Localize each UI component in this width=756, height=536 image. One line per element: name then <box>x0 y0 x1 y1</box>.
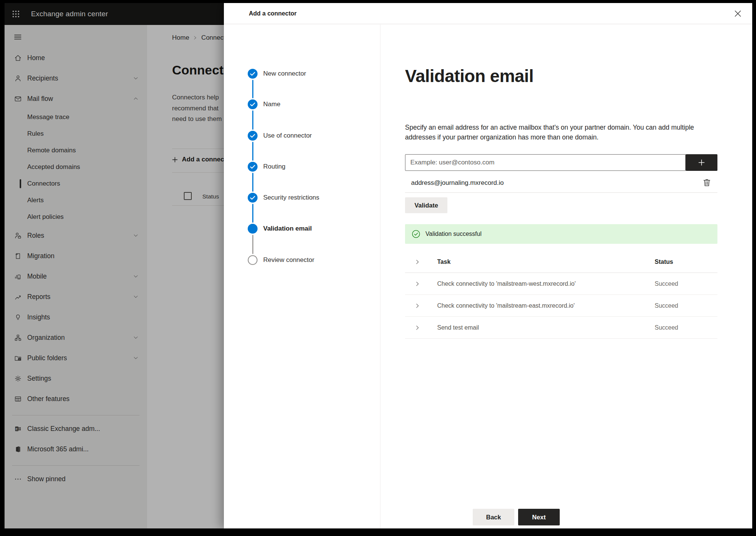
validation-results-table: Task Status Check connectivity to 'mails… <box>405 251 717 339</box>
plus-icon <box>697 158 706 167</box>
step-done-icon <box>248 69 258 79</box>
step-done-icon <box>248 99 258 109</box>
status-cell: Succeed <box>655 324 678 331</box>
step-label: Routing <box>263 163 286 170</box>
wizard-steps: New connector Name Use of connector Rout… <box>224 25 380 528</box>
step-connector <box>252 204 253 223</box>
step-security-restrictions[interactable]: Security restrictions <box>248 193 319 203</box>
delete-address-button[interactable] <box>702 178 712 187</box>
close-icon[interactable] <box>733 9 742 18</box>
expand-row-icon[interactable] <box>414 280 421 287</box>
step-description: Specify an email address for an active m… <box>405 122 706 142</box>
expand-all-icon[interactable] <box>414 259 421 265</box>
step-review-connector[interactable]: Review connector <box>248 255 314 265</box>
add-connector-panel: Add a connector New connector Name <box>224 3 752 528</box>
step-connector <box>252 142 253 161</box>
step-todo-icon <box>248 255 258 265</box>
step-done-icon <box>248 162 258 172</box>
divider <box>405 192 717 193</box>
status-cell: Succeed <box>655 302 678 309</box>
step-name[interactable]: Name <box>248 99 280 109</box>
back-button[interactable]: Back <box>473 509 514 525</box>
task-cell: Check connectivity to 'mailstream-east.m… <box>437 302 575 309</box>
validation-success-banner: Validation successful <box>405 224 717 244</box>
step-done-icon <box>248 131 258 141</box>
app-window: Exchange admin center Home Recipients Ma… <box>5 3 752 528</box>
step-label: Use of connector <box>263 132 312 139</box>
added-email-address: address@journaling.mxrecord.io <box>411 179 504 187</box>
step-connector <box>252 80 253 98</box>
table-row: Check connectivity to 'mailstream-east.m… <box>405 295 717 317</box>
step-use-of-connector[interactable]: Use of connector <box>248 131 312 141</box>
panel-title: Add a connector <box>249 3 297 24</box>
step-label: Security restrictions <box>263 194 319 201</box>
step-label: Validation email <box>263 225 312 232</box>
expand-row-icon[interactable] <box>414 324 421 331</box>
expand-row-icon[interactable] <box>414 302 421 309</box>
step-validation-email[interactable]: Validation email <box>248 224 312 234</box>
table-row: Check connectivity to 'mailstream-west.m… <box>405 273 717 295</box>
table-header-row: Task Status <box>405 251 717 273</box>
step-label: Review connector <box>263 256 314 264</box>
email-address-input[interactable] <box>405 154 686 171</box>
task-cell: Send test email <box>437 324 479 331</box>
success-message: Validation successful <box>425 231 481 237</box>
step-label: Name <box>263 101 280 108</box>
table-row: Send test email Succeed <box>405 317 717 339</box>
step-connector <box>252 110 253 130</box>
next-button[interactable]: Next <box>518 509 560 525</box>
step-done-icon <box>248 193 258 203</box>
step-label: New connector <box>263 70 306 77</box>
panel-header: Add a connector <box>224 3 752 24</box>
task-column-header: Task <box>437 259 450 265</box>
status-cell: Succeed <box>655 280 678 287</box>
success-check-icon <box>412 230 420 238</box>
trash-icon <box>702 178 712 187</box>
validate-button[interactable]: Validate <box>405 197 447 213</box>
step-routing[interactable]: Routing <box>248 162 286 172</box>
step-connector <box>252 173 253 192</box>
status-column-header: Status <box>655 259 673 265</box>
task-cell: Check connectivity to 'mailstream-west.m… <box>437 280 576 287</box>
step-current-icon <box>248 224 258 234</box>
step-new-connector[interactable]: New connector <box>248 69 306 79</box>
step-heading: Validation email <box>405 66 534 86</box>
step-connector <box>252 235 253 254</box>
add-email-button[interactable] <box>686 154 717 171</box>
